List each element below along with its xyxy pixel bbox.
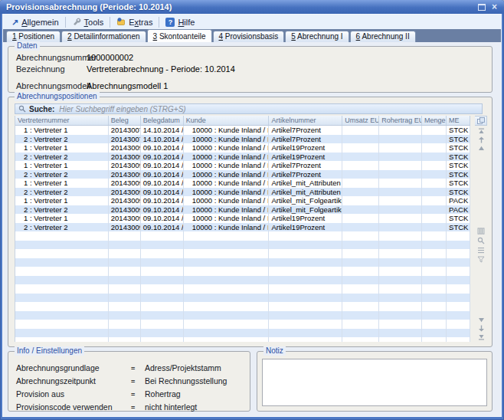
tab-skontoanteile[interactable]: 3 Skontoanteile <box>147 29 212 42</box>
empty-row[interactable] <box>15 231 470 241</box>
column-header[interactable]: Belegdatum <box>141 116 184 125</box>
table-row[interactable]: 2 : Vertreter 22014300909.10.2014 /Do100… <box>15 170 470 179</box>
empty-row[interactable] <box>15 302 470 311</box>
column-header[interactable]: Artikelnummer <box>269 116 342 125</box>
tab-detailinformationen[interactable]: 2 Detailinformationen <box>61 31 146 42</box>
info-row-provisionscode: Provisionscode verwenden = nicht hinterl… <box>16 402 245 412</box>
table-row[interactable]: 1 : Vertreter 12014300909.10.2014 /Do100… <box>15 143 470 153</box>
cell <box>379 241 422 250</box>
cell <box>342 153 379 162</box>
cell <box>422 329 447 338</box>
window-title: Provisionsabrechnung (Periode: 10.2014) <box>0 2 478 11</box>
cell <box>447 284 470 294</box>
titlebar[interactable]: Provisionsabrechnung (Periode: 10.2014) … <box>0 0 504 14</box>
cell <box>422 170 447 179</box>
column-header[interactable]: Vertreternummer <box>15 116 109 125</box>
table-row[interactable]: 1 : Vertreter 12014300909.10.2014 /Do100… <box>15 161 470 170</box>
column-header[interactable]: ME <box>447 116 470 125</box>
window-body: ↗ Allgemein Tools Extras ? Hilfe <box>2 14 502 417</box>
table-row[interactable]: 1 : Vertreter 12014300909.10.2014 /Do100… <box>15 214 470 223</box>
ne-arrow-icon: ↗ <box>11 18 18 26</box>
table-row[interactable]: 2 : Vertreter 22014300909.10.2014 /Do100… <box>15 188 470 197</box>
tab-provisionsbasis[interactable]: 4 Provisionsbasis <box>213 31 285 42</box>
column-header[interactable]: Kunde <box>184 116 270 125</box>
cell <box>15 284 109 294</box>
restore-icon[interactable] <box>478 4 486 11</box>
close-icon[interactable]: × <box>492 3 497 11</box>
empty-row[interactable] <box>15 249 470 258</box>
table-row[interactable]: 1 : Vertreter 12014300909.10.2014 /Do100… <box>15 179 470 188</box>
scroll-up-icon[interactable] <box>475 146 487 151</box>
empty-row[interactable] <box>15 284 470 294</box>
column-header[interactable]: Rohertrag EUR <box>379 116 422 125</box>
column-header[interactable]: Umsatz EUR <box>342 116 379 125</box>
cell: 10000 : Kunde Inland / Inlandsort <box>184 179 270 188</box>
cell <box>379 329 422 338</box>
cell: 20143009 <box>109 143 141 153</box>
search-input[interactable]: Suche: Hier Suchbegriff eingeben (STRG+S… <box>15 103 483 114</box>
cell <box>447 267 470 276</box>
cell <box>342 337 379 342</box>
notiz-textarea[interactable] <box>262 359 487 406</box>
empty-row[interactable] <box>15 320 470 329</box>
table-row[interactable]: 2 : Vertreter 22014300909.10.2014 /Do100… <box>15 205 470 215</box>
table-row[interactable]: 2 : Vertreter 22014300909.10.2014 /Do100… <box>15 153 470 162</box>
cell <box>342 267 379 276</box>
empty-row[interactable] <box>15 276 470 285</box>
extras-button[interactable]: Extras <box>112 15 157 29</box>
allgemein-button[interactable]: ↗ Allgemein <box>7 16 64 28</box>
column-header[interactable]: Menge <box>422 116 447 125</box>
tab-positionen[interactable]: 1 Positionen <box>6 31 61 42</box>
cell <box>342 126 379 135</box>
empty-row[interactable] <box>15 337 470 342</box>
hilfe-button[interactable]: ? Hilfe <box>161 16 199 28</box>
cell <box>422 249 447 258</box>
cell: 14.10.2014 /Di <box>141 126 184 135</box>
table-row[interactable]: 1 : Vertreter 12014300909.10.2014 /Do100… <box>15 196 470 205</box>
empty-row[interactable] <box>15 241 470 250</box>
tab-abrechnung-1[interactable]: 5 Abrechnung I <box>285 31 349 42</box>
tab-bar: 1 Positionen 2 Detailinformationen 3 Sko… <box>3 29 501 42</box>
grid-search-icon[interactable] <box>475 237 487 244</box>
sum-icon[interactable] <box>475 247 487 254</box>
empty-row[interactable] <box>15 258 470 267</box>
table-row[interactable]: 1 : Vertreter 12014300714.10.2014 /Di100… <box>15 126 470 135</box>
empty-row[interactable] <box>15 311 470 320</box>
cell <box>447 241 470 250</box>
search-placeholder: Hier Suchbegriff eingeben (STRG+S) <box>59 105 185 113</box>
table-row[interactable]: 2 : Vertreter 22014300714.10.2014 /Di100… <box>15 135 470 144</box>
cell <box>269 276 342 285</box>
cell <box>422 135 447 144</box>
tools-button[interactable]: Tools <box>67 15 109 29</box>
cell: Artikel7Prozent <box>269 135 342 144</box>
table-row[interactable]: 2 : Vertreter 22014300909.10.2014 /Do100… <box>15 223 470 232</box>
cell <box>141 284 184 294</box>
empty-row[interactable] <box>15 267 470 276</box>
scroll-page-up-icon[interactable] <box>475 136 487 143</box>
empty-row[interactable] <box>15 294 470 303</box>
column-header[interactable]: Beleg <box>109 116 141 125</box>
filter-icon[interactable] <box>475 256 487 263</box>
empty-row[interactable] <box>15 329 470 338</box>
cell <box>379 153 422 162</box>
cell: 10000 : Kunde Inland / Inlandsort <box>184 126 270 135</box>
equals-icon: = <box>131 391 145 399</box>
scroll-bottom-icon[interactable] <box>475 334 487 340</box>
cell <box>342 161 379 170</box>
tab-abrechnung-2[interactable]: 6 Abrechnung II <box>350 31 416 42</box>
cell <box>109 231 141 241</box>
column-chooser-button[interactable] <box>475 116 487 126</box>
scroll-down-icon[interactable] <box>475 317 487 323</box>
scroll-page-down-icon[interactable] <box>475 325 487 332</box>
cell <box>379 337 422 342</box>
cell: 2 : Vertreter 2 <box>15 223 109 232</box>
cell: 20143009 <box>109 188 141 197</box>
cell <box>15 329 109 338</box>
help-icon: ? <box>165 18 175 27</box>
cell: 14.10.2014 /Di <box>141 135 184 144</box>
cell: 09.10.2014 /Do <box>141 179 184 188</box>
cell <box>342 223 379 232</box>
cell: STCK <box>447 126 470 135</box>
scroll-top-icon[interactable] <box>475 128 487 134</box>
card-view-icon[interactable] <box>475 228 487 235</box>
